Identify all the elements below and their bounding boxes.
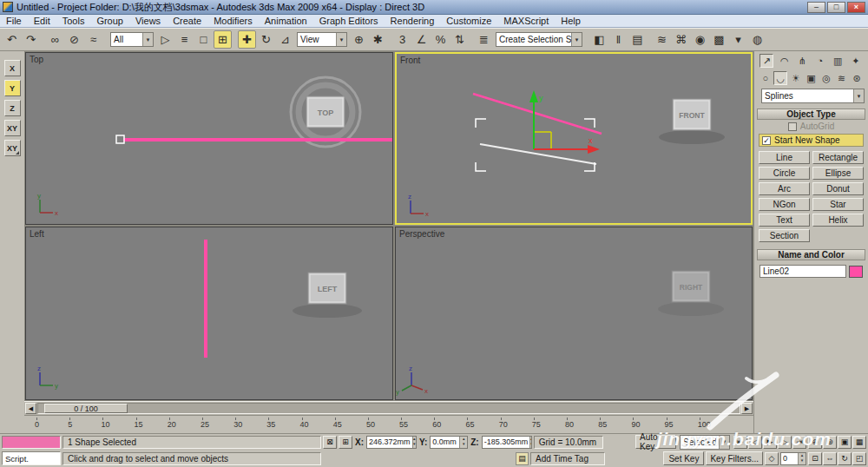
time-slider-handle[interactable]: 0 / 100 [44, 404, 128, 413]
button-section[interactable]: Section [759, 229, 810, 242]
button-ngon[interactable]: NGon [759, 198, 810, 211]
button-donut[interactable]: Donut [812, 182, 864, 195]
z-coord-field[interactable]: -185.305mm ▴▾ [482, 436, 532, 449]
selection-lock-icon[interactable]: ⊠ [323, 436, 337, 449]
viewport-top[interactable]: Top TOP y [25, 52, 393, 225]
viewport-left[interactable]: Left LEFT z y [25, 227, 393, 400]
menu-customize[interactable]: Customize [440, 16, 497, 26]
display-tab-icon[interactable]: ▥ [831, 54, 845, 68]
menu-graph-editors[interactable]: Graph Editors [313, 16, 385, 26]
helpers-tab-icon[interactable]: ◎ [819, 71, 833, 85]
percent-snap-icon[interactable]: % [431, 30, 450, 49]
redo-icon[interactable]: ↷ [22, 30, 40, 49]
select-object-icon[interactable]: ▷ [156, 30, 174, 49]
selected-spline[interactable] [480, 144, 596, 164]
arc-rotate-button[interactable]: ↻ [838, 452, 852, 465]
spline-vertex-marker[interactable] [116, 135, 124, 143]
axis-z-button[interactable]: Z [4, 100, 21, 116]
maxscript-mini-listener[interactable]: Script. [2, 451, 61, 465]
y-spinner[interactable]: ▴▾ [459, 437, 467, 448]
menu-edit[interactable]: Edit [28, 16, 56, 26]
angle-snap-icon[interactable]: ∠ [412, 30, 431, 49]
use-pivot-point-icon[interactable]: ⊕ [350, 30, 368, 49]
close-button[interactable]: × [847, 2, 865, 13]
geometry-tab-icon[interactable]: ○ [759, 71, 773, 85]
quick-render-icon[interactable]: ◍ [748, 30, 766, 49]
key-mode-toggle-icon[interactable]: ◇ [765, 452, 779, 465]
x-coord-field[interactable]: 246.372mm ▴▾ [366, 436, 417, 449]
object-type-rollout-header[interactable]: Object Type [757, 109, 865, 120]
systems-tab-icon[interactable]: ⊛ [850, 71, 864, 85]
motion-tab-icon[interactable]: ◔ [813, 54, 827, 68]
align-icon[interactable]: ‖ [609, 30, 628, 49]
axis-x-button[interactable]: X [4, 60, 21, 76]
time-slider-left-arrow[interactable]: ◀ [25, 403, 36, 414]
material-editor-icon[interactable]: ◉ [691, 30, 709, 49]
z-spinner[interactable]: ▴▾ [529, 437, 531, 448]
menu-file[interactable]: File [0, 16, 28, 26]
min-max-toggle-button[interactable]: ◰ [852, 452, 866, 465]
name-color-rollout-header[interactable]: Name and Color [757, 249, 865, 260]
spinner-snap-icon[interactable]: ⇅ [450, 30, 469, 49]
button-arc[interactable]: Arc [759, 182, 810, 195]
object-name-input[interactable]: Line02 [760, 265, 846, 278]
mirror-icon[interactable]: ◧ [590, 30, 608, 49]
axis-xy-button[interactable]: XY [4, 120, 21, 136]
menu-group[interactable]: Group [90, 16, 129, 26]
x-spinner[interactable]: ▴▾ [412, 437, 416, 448]
select-and-scale-icon[interactable]: ⊿ [276, 30, 294, 49]
zoom-extents-all-button[interactable]: ▦ [852, 436, 866, 449]
track-ruler[interactable]: 0510152025303540455055606570758085909510… [24, 415, 753, 433]
named-selection-sets-dropdown[interactable]: Create Selection Set▼ [496, 32, 582, 47]
shapes-tab-icon[interactable]: ◡ [773, 71, 787, 85]
menu-rendering[interactable]: Rendering [385, 16, 441, 26]
start-new-shape-checkbox[interactable]: ✓ [762, 136, 771, 145]
splines-category-arrow[interactable]: ▼ [853, 89, 864, 102]
maximize-button[interactable]: □ [827, 2, 845, 13]
curve-editor-icon[interactable]: ≋ [653, 30, 671, 49]
viewport-perspective[interactable]: Perspective RIGHT z [395, 227, 753, 400]
utilities-tab-icon[interactable]: ✦ [849, 54, 863, 68]
macro-recorder-field[interactable] [2, 436, 61, 449]
menu-help[interactable]: Help [555, 16, 587, 26]
spacewarps-tab-icon[interactable]: ≋ [835, 71, 849, 85]
button-star[interactable]: Star [812, 198, 864, 211]
axis-y-button[interactable]: Y [4, 80, 21, 96]
modify-tab-icon[interactable]: ◠ [778, 54, 792, 68]
select-by-name-icon[interactable]: ≡ [175, 30, 194, 49]
selection-region-icon[interactable]: □ [194, 30, 213, 49]
frame-spinner[interactable]: ▴▾ [798, 453, 806, 464]
splines-category-dropdown[interactable]: Splines ▼ [761, 89, 865, 103]
selection-filter-dropdown-arrow[interactable]: ▼ [142, 33, 153, 46]
undo-icon[interactable]: ↶ [3, 30, 21, 49]
named-selection-sets-dropdown-arrow[interactable]: ▼ [571, 33, 582, 46]
pan-button[interactable]: ⇔ [823, 452, 837, 465]
render-type-icon[interactable]: ▾ [729, 30, 747, 49]
select-and-move-icon[interactable]: ✚ [238, 30, 256, 49]
current-frame-field[interactable]: 0 ▴▾ [780, 452, 806, 465]
absolute-offset-toggle-icon[interactable]: ⊞ [339, 436, 352, 449]
select-and-rotate-icon[interactable]: ↻ [257, 30, 275, 49]
button-circle[interactable]: Circle [759, 167, 810, 180]
select-and-manipulate-icon[interactable]: ✱ [369, 30, 387, 49]
menu-maxscript[interactable]: MAXScript [497, 16, 555, 26]
button-line[interactable]: Line [759, 151, 810, 164]
minimize-button[interactable]: – [807, 2, 825, 13]
menu-create[interactable]: Create [167, 16, 207, 26]
pink-spline[interactable] [473, 94, 602, 134]
render-setup-icon[interactable]: ▩ [710, 30, 728, 49]
layer-manager-icon[interactable]: ▤ [628, 30, 647, 49]
add-time-tag[interactable]: Add Time Tag [530, 452, 605, 465]
zoom-extents-button[interactable]: ▣ [838, 436, 852, 449]
create-tab-icon[interactable]: ↗ [760, 54, 773, 68]
hierarchy-tab-icon[interactable]: ⋔ [795, 54, 809, 68]
select-and-link-icon[interactable]: ∞ [46, 30, 64, 49]
set-key-button[interactable]: Set Key [663, 451, 704, 465]
button-ellipse[interactable]: Ellipse [812, 167, 864, 180]
reference-coordinate-dropdown-arrow[interactable]: ▼ [336, 33, 346, 46]
viewport-front[interactable]: Front y x [395, 52, 753, 225]
bind-to-space-warp-icon[interactable]: ≈ [84, 30, 102, 49]
lights-tab-icon[interactable]: ☀ [789, 71, 803, 85]
cameras-tab-icon[interactable]: ▣ [804, 71, 818, 85]
edit-named-selections-icon[interactable]: ≣ [475, 30, 493, 49]
